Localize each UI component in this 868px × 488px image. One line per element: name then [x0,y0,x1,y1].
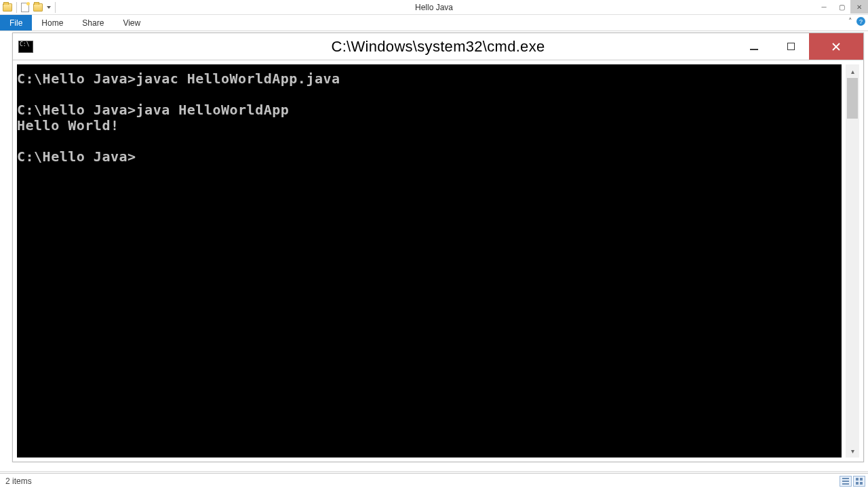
cmd-close-button[interactable] [809,33,863,60]
scroll-up-icon[interactable]: ▴ [846,64,859,78]
cmd-titlebar[interactable]: C:\Windows\system32\cmd.exe [13,33,863,60]
cmd-app-icon[interactable] [18,41,33,53]
cmd-line: C:\Hello Java>javac HelloWorldApp.java [17,70,340,87]
new-file-icon[interactable] [21,3,29,12]
explorer-minimize-button[interactable]: ─ [815,0,833,14]
help-icon[interactable]: ? [856,17,865,26]
explorer-window-title: Hello Java [415,3,453,12]
status-item-count: 2 items [5,476,32,486]
ribbon-tab-file[interactable]: File [0,15,32,30]
cmd-line: Hello World! [17,117,119,134]
ribbon-tab-view[interactable]: View [113,15,150,30]
explorer-statusbar: 2 items [0,473,868,488]
explorer-titlebar: Hello Java ─ ▢ ✕ [0,0,868,15]
view-details-button[interactable] [840,476,852,487]
scroll-down-icon[interactable]: ▾ [846,444,859,458]
qat-separator-2 [55,2,56,13]
ribbon-collapse-icon[interactable]: ˄ [848,17,852,26]
ribbon-tabs: File Home Share View ˄ ? [0,15,868,31]
cmd-maximize-button[interactable] [772,33,809,60]
cmd-minimize-button[interactable] [736,33,772,60]
folder-icon[interactable] [3,3,12,12]
explorer-close-button[interactable]: ✕ [850,0,868,14]
view-icons-button[interactable] [853,476,865,487]
cmd-window: C:\Windows\system32\cmd.exe C:\Hello Jav… [12,33,864,462]
scroll-thumb[interactable] [847,78,858,119]
cmd-line: C:\Hello Java> [17,148,136,165]
cmd-scrollbar[interactable]: ▴ ▾ [846,64,859,458]
explorer-maximize-button[interactable]: ▢ [833,0,850,14]
ribbon-tab-share[interactable]: Share [73,15,113,30]
qat-separator [16,2,17,13]
cmd-terminal-output[interactable]: C:\Hello Java>javac HelloWorldApp.java C… [17,64,842,458]
cmd-window-title: C:\Windows\system32\cmd.exe [332,38,545,56]
cmd-line: C:\Hello Java>java HelloWorldApp [17,102,289,118]
ribbon-tab-home[interactable]: Home [32,15,73,30]
folder-icon-2[interactable] [33,3,43,12]
qat-dropdown-icon[interactable] [47,6,51,9]
